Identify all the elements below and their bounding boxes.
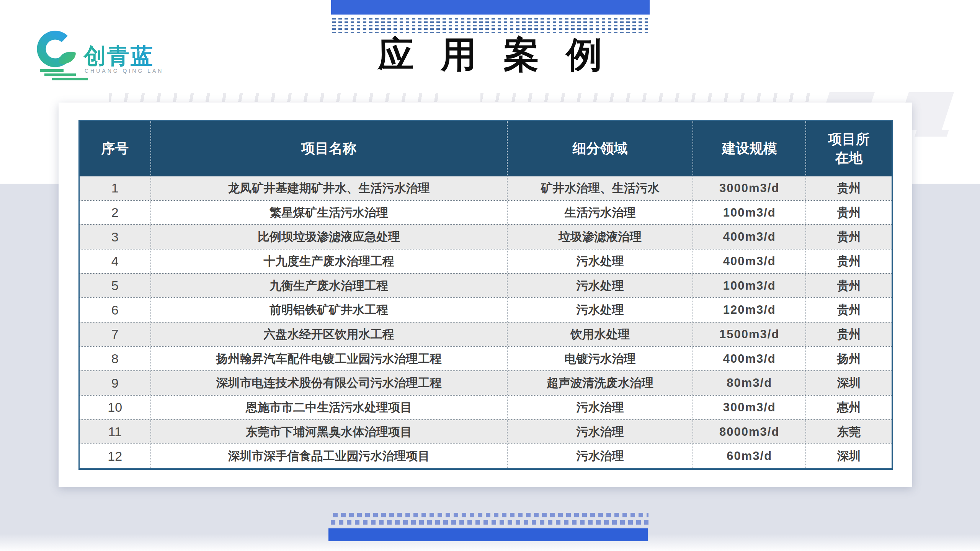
top-accent-bar	[331, 0, 650, 15]
row-index: 6	[80, 298, 150, 322]
build-scale: 400m3/d	[693, 249, 805, 273]
project-name: 深圳市电连技术股份有限公司污水治理工程	[150, 371, 507, 395]
content-card: 序号 项目名称 细分领域 建设规模 项目所在地 1龙凤矿井基建期矿井水、生活污水…	[59, 103, 912, 487]
project-name: 东莞市下埔河黑臭水体治理项目	[150, 420, 507, 444]
build-scale: 100m3/d	[693, 274, 805, 298]
project-location: 贵州	[805, 225, 892, 249]
project-name: 恩施市市二中生活污水处理项目	[150, 396, 507, 419]
project-location: 东莞	[805, 420, 892, 444]
segment-field: 生活污水治理	[507, 201, 693, 225]
segment-field: 污水治理	[507, 444, 693, 468]
table-row: 2繁星煤矿生活污水治理生活污水治理100m3/d贵州	[80, 200, 892, 225]
project-location: 扬州	[805, 347, 892, 371]
table-row: 8扬州翰昇汽车配件电镀工业园污水治理工程电镀污水治理400m3/d扬州	[80, 346, 892, 371]
build-scale: 400m3/d	[693, 225, 805, 249]
decorative-parallelogram	[826, 92, 875, 104]
segment-field: 超声波清洗废水治理	[507, 371, 693, 395]
build-scale: 8000m3/d	[693, 420, 805, 444]
row-index: 8	[80, 347, 150, 371]
row-index: 9	[80, 371, 150, 395]
dash-line	[332, 25, 649, 26]
dash-line	[332, 28, 649, 30]
table-row: 12深圳市深手信食品工业园污水治理项目污水治理60m3/d深圳	[80, 443, 892, 468]
segment-field: 垃圾渗滤液治理	[507, 225, 693, 249]
row-index: 11	[80, 420, 150, 444]
table-header-row: 序号 项目名称 细分领域 建设规模 项目所在地	[80, 121, 892, 176]
project-name: 前明铝铁矿矿井水工程	[150, 298, 507, 322]
row-index: 2	[80, 201, 150, 225]
row-index: 4	[80, 249, 150, 273]
decorative-parallelogram	[915, 130, 949, 137]
cases-table: 序号 项目名称 细分领域 建设规模 项目所在地 1龙凤矿井基建期矿井水、生活污水…	[78, 120, 893, 470]
project-location: 贵州	[805, 274, 892, 298]
row-index: 10	[80, 396, 150, 419]
table-row: 11东莞市下埔河黑臭水体治理项目污水治理8000m3/d东莞	[80, 419, 892, 444]
project-location: 惠州	[805, 396, 892, 419]
header-project-location: 项目所在地	[805, 121, 892, 176]
header-segment-field: 细分领域	[507, 121, 693, 176]
build-scale: 100m3/d	[693, 201, 805, 225]
build-scale: 80m3/d	[693, 371, 805, 395]
segment-field: 矿井水治理、生活污水	[507, 176, 693, 200]
header-build-scale: 建设规模	[693, 121, 805, 176]
row-index: 3	[80, 225, 150, 249]
project-name: 繁星煤矿生活污水治理	[150, 201, 507, 225]
table-row: 1龙凤矿井基建期矿井水、生活污水治理矿井水治理、生活污水3000m3/d贵州	[80, 176, 892, 200]
row-index: 5	[80, 274, 150, 298]
project-location: 深圳	[805, 444, 892, 468]
segment-field: 污水处理	[507, 274, 693, 298]
bottom-accent-bar	[328, 528, 648, 541]
slide: 创青蓝 CHUANG QING LAN 应用案例 序号 项目名称 细分领域 建设…	[0, 0, 980, 551]
project-name: 龙凤矿井基建期矿井水、生活污水治理	[150, 176, 507, 200]
build-scale: 400m3/d	[693, 347, 805, 371]
project-name: 深圳市深手信食品工业园污水治理项目	[150, 444, 507, 468]
segment-field: 电镀污水治理	[507, 347, 693, 371]
project-location: 贵州	[805, 298, 892, 322]
dash-line	[332, 21, 649, 23]
row-index: 7	[80, 323, 150, 346]
project-name: 扬州翰昇汽车配件电镀工业园污水治理工程	[150, 347, 507, 371]
table-row: 4十九度生产废水治理工程污水处理400m3/d贵州	[80, 249, 892, 273]
table-row: 7六盘水经开区饮用水工程饮用水处理1500m3/d贵州	[80, 322, 892, 346]
project-location: 贵州	[805, 249, 892, 273]
project-name: 十九度生产废水治理工程	[150, 249, 507, 273]
project-location: 深圳	[805, 371, 892, 395]
dot-line	[333, 513, 648, 517]
project-name: 比例坝垃圾渗滤液应急处理	[150, 225, 507, 249]
project-location: 贵州	[805, 201, 892, 225]
segment-field: 污水处理	[507, 298, 693, 322]
build-scale: 300m3/d	[693, 396, 805, 419]
dot-line	[331, 520, 648, 525]
decorative-pattern	[109, 93, 438, 102]
project-location: 贵州	[805, 323, 892, 346]
segment-field: 污水治理	[507, 420, 693, 444]
segment-field: 污水治理	[507, 396, 693, 419]
row-index: 12	[80, 444, 150, 468]
dash-line	[332, 18, 649, 20]
table-body: 1龙凤矿井基建期矿井水、生活污水治理矿井水治理、生活污水3000m3/d贵州2繁…	[80, 176, 892, 468]
segment-field: 饮用水处理	[507, 323, 693, 346]
table-row: 6前明铝铁矿矿井水工程污水处理120m3/d贵州	[80, 297, 892, 322]
page-title: 应用案例	[0, 31, 980, 79]
project-location: 贵州	[805, 176, 892, 200]
project-name: 六盘水经开区饮用水工程	[150, 323, 507, 346]
table-row: 9深圳市电连技术股份有限公司污水治理工程超声波清洗废水治理80m3/d深圳	[80, 370, 892, 395]
project-name: 九衡生产废水治理工程	[150, 274, 507, 298]
segment-field: 污水处理	[507, 249, 693, 273]
bottom-dotted-lines	[333, 513, 648, 527]
build-scale: 3000m3/d	[693, 176, 805, 200]
header-project-name: 项目名称	[150, 121, 507, 176]
build-scale: 120m3/d	[693, 298, 805, 322]
build-scale: 60m3/d	[693, 444, 805, 468]
row-index: 1	[80, 176, 150, 200]
table-row: 10恩施市市二中生活污水处理项目污水治理300m3/d惠州	[80, 395, 892, 419]
header-index: 序号	[80, 121, 150, 176]
decorative-pattern	[480, 93, 810, 102]
build-scale: 1500m3/d	[693, 323, 805, 346]
table-row: 5九衡生产废水治理工程污水处理100m3/d贵州	[80, 273, 892, 298]
table-row: 3比例坝垃圾渗滤液应急处理垃圾渗滤液治理400m3/d贵州	[80, 224, 892, 249]
